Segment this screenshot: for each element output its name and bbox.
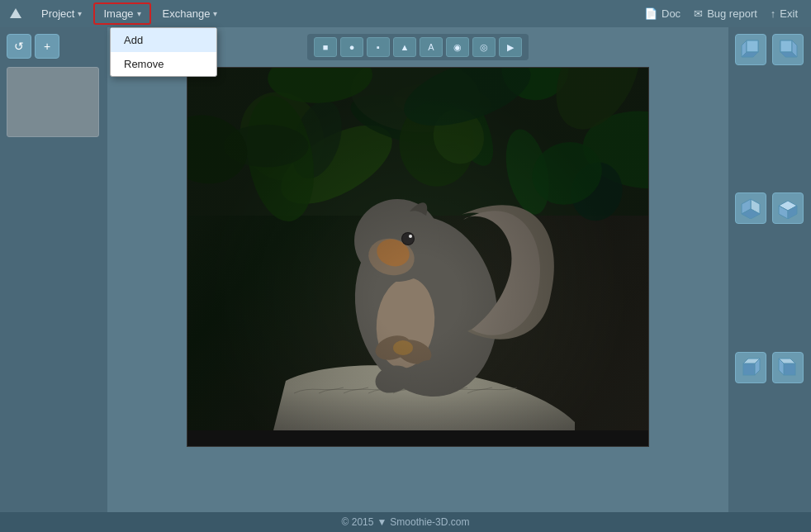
text-tool[interactable]: A xyxy=(420,37,443,57)
canvas-area: ■ ● ▪ ▲ A ◉ ◎ ▶ xyxy=(107,27,728,512)
image-chevron: ▾ xyxy=(137,9,141,18)
footer: © 2015 ▼ Smoothie-3D.com xyxy=(0,512,811,532)
image-thumbnail[interactable] xyxy=(7,67,99,137)
arrow-tool[interactable]: ▶ xyxy=(499,37,522,57)
cube-button-3[interactable] xyxy=(735,192,766,224)
cube-button-2[interactable] xyxy=(772,34,804,65)
svg-rect-15 xyxy=(743,363,755,375)
left-sidebar: ↺ + xyxy=(0,27,107,512)
project-menu[interactable]: Project ▾ xyxy=(33,4,90,23)
refresh-button[interactable]: ↺ xyxy=(7,34,31,59)
svg-marker-3 xyxy=(747,40,758,52)
squirrel-image xyxy=(187,67,649,447)
cube-button-4[interactable] xyxy=(772,192,804,224)
right-sidebar xyxy=(728,27,811,512)
exit-icon: ↑ xyxy=(771,7,776,20)
circle-tool[interactable]: ● xyxy=(340,37,363,57)
app-logo xyxy=(7,5,25,23)
exit-button[interactable]: ↑ Exit xyxy=(771,7,798,20)
doc-icon: 📄 xyxy=(644,7,657,20)
svg-marker-0 xyxy=(10,8,21,18)
svg-marker-6 xyxy=(780,40,792,52)
main-canvas[interactable] xyxy=(187,67,649,447)
image-menu[interactable]: Image ▾ xyxy=(93,2,150,25)
image-dropdown-menu: Add Remove xyxy=(110,27,217,77)
bug-report-button[interactable]: ✉ Bug report xyxy=(694,7,757,20)
doc-button[interactable]: 📄 Doc xyxy=(644,7,681,20)
dropdown-remove-item[interactable]: Remove xyxy=(111,52,216,76)
triangle-tool[interactable]: ▲ xyxy=(393,37,416,57)
exchange-menu[interactable]: Exchange ▾ xyxy=(154,4,226,23)
footer-brand-name: Smoothie-3D.com xyxy=(390,516,469,528)
exchange-chevron: ▾ xyxy=(213,9,217,18)
cube-button-6[interactable] xyxy=(772,352,804,383)
project-chevron: ▾ xyxy=(78,9,82,18)
svg-rect-18 xyxy=(784,363,795,375)
bug-icon: ✉ xyxy=(694,7,703,20)
cube-button-5[interactable] xyxy=(735,352,766,383)
top-right-actions: 📄 Doc ✉ Bug report ↑ Exit xyxy=(644,7,798,20)
add-image-button[interactable]: + xyxy=(35,34,59,59)
cube-button-1[interactable] xyxy=(735,34,766,65)
dot1-tool[interactable]: ◉ xyxy=(446,37,469,57)
footer-copyright: © 2015 xyxy=(342,516,374,528)
dot2-tool[interactable]: ◎ xyxy=(472,37,496,57)
rect-tool[interactable]: ■ xyxy=(314,37,337,57)
footer-brand-icon: ▼ xyxy=(377,516,387,528)
menubar: Project ▾ Image ▾ Exchange ▾ 📄 Doc ✉ Bug… xyxy=(0,0,811,27)
main-content: ↺ + ■ ● ▪ ▲ A ◉ ◎ ▶ xyxy=(0,27,811,512)
dropdown-add-item[interactable]: Add xyxy=(111,28,216,52)
drawing-toolbar: ■ ● ▪ ▲ A ◉ ◎ ▶ xyxy=(307,34,529,60)
square-tool[interactable]: ▪ xyxy=(367,37,390,57)
sidebar-toolbar: ↺ + xyxy=(7,34,101,59)
